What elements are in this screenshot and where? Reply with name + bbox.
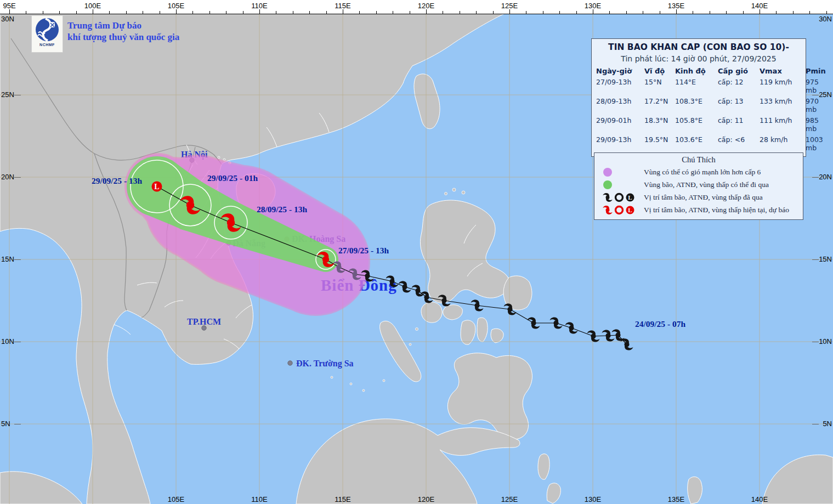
axis-tick bbox=[376, 11, 377, 14]
city-label: ĐK. Trường Sa bbox=[296, 359, 354, 369]
table-header-cell: Vmax bbox=[760, 67, 806, 75]
axis-lon-label: 95E bbox=[3, 2, 15, 10]
axis-tick bbox=[309, 11, 310, 14]
table-cell: 111 km/h bbox=[760, 116, 806, 133]
islet bbox=[416, 328, 418, 331]
axis-tick bbox=[109, 11, 110, 14]
axis-tick bbox=[226, 11, 226, 14]
purple-zone-icon bbox=[602, 167, 613, 178]
axis-tick bbox=[826, 11, 827, 14]
city-dot bbox=[288, 361, 292, 365]
axis-tick bbox=[559, 11, 560, 14]
table-header-cell: Cấp gió bbox=[718, 67, 760, 75]
axis-tick bbox=[43, 11, 43, 14]
lat-tick bbox=[14, 259, 21, 260]
table-cell: 27/09-13h bbox=[596, 78, 644, 94]
axis-tick bbox=[93, 9, 93, 14]
axis-tick bbox=[493, 11, 494, 14]
nchmf-logo: NCHMF bbox=[31, 15, 63, 53]
lat-label-right: 30N bbox=[819, 15, 832, 23]
axis-tick bbox=[793, 11, 794, 14]
city-label: TP.HCM bbox=[187, 317, 221, 326]
legend-rows: Vùng có thể có gió mạnh lớn hơn cấp 6Vùn… bbox=[594, 166, 803, 216]
lon-label-bottom: 125E bbox=[501, 495, 518, 503]
lat-label-left: 25N bbox=[1, 90, 14, 99]
legend-box: Chú Thích Vùng có thể có gió mạnh lớn hơ… bbox=[594, 152, 803, 220]
table-header-cell: Kinh độ bbox=[675, 67, 718, 75]
axis-lon-label: 120E bbox=[418, 2, 434, 10]
islet bbox=[383, 380, 385, 382]
axis-lon-label: 110E bbox=[251, 2, 267, 10]
lon-label-bottom: 105E bbox=[168, 495, 184, 503]
forecast-table-row: 29/09-13h19.5°N103.6°Ecấp: <628 km/h1003… bbox=[592, 135, 806, 152]
lon-label-bottom: 110E bbox=[251, 495, 267, 503]
table-cell: 28/09-13h bbox=[596, 97, 644, 114]
table-cell: 29/09-13h bbox=[596, 135, 644, 152]
axis-tick bbox=[626, 11, 627, 14]
table-cell: 105.8°E bbox=[675, 116, 718, 133]
axis-tick bbox=[426, 9, 427, 14]
legend-item-icon: L bbox=[594, 192, 644, 203]
lat-tick bbox=[812, 424, 819, 424]
axis-tick bbox=[126, 11, 127, 14]
axis-lon-label: 130E bbox=[585, 2, 601, 10]
green-zone-icon bbox=[602, 179, 613, 190]
table-cell: 15°N bbox=[644, 78, 675, 94]
axis-tick bbox=[710, 11, 710, 14]
lon-label-bottom: 115E bbox=[335, 495, 350, 503]
axis-tick bbox=[509, 9, 510, 14]
islet bbox=[409, 343, 411, 346]
legend-item: LVị trí tâm bão, ATNĐ, vùng thấp đã qua bbox=[594, 191, 803, 203]
table-cell: cấp: 13 bbox=[718, 97, 760, 114]
legend-item-icon bbox=[594, 179, 644, 190]
axis-tick bbox=[410, 11, 410, 14]
legend-title: Chú Thích bbox=[594, 155, 803, 165]
nchmf-logo-icon bbox=[35, 17, 60, 42]
legend-item-label: Vị trí tâm bão, ATNĐ, vùng thấp đã qua bbox=[644, 193, 763, 202]
axis-tick bbox=[543, 11, 543, 14]
bulletin-issue-time: Tin phát lúc: 14 giờ 00 phút, 27/09/2025 bbox=[592, 54, 806, 63]
legend-item: Vùng bão, ATNĐ, vùng thấp có thể đi qua bbox=[594, 178, 803, 191]
legend-item-icon: L bbox=[594, 205, 644, 216]
axis-lon-label: 115E bbox=[335, 2, 350, 10]
agency-name-line2: khí tượng thuỷ văn quốc gia bbox=[67, 31, 179, 43]
table-cell: 114°E bbox=[675, 78, 718, 94]
forecast-table-row: 28/09-13h17.2°N108.3°Ecấp: 13133 km/h970… bbox=[592, 97, 806, 114]
lat-label-left: 10N bbox=[1, 337, 14, 346]
lon-label-bottom: 135E bbox=[668, 495, 684, 503]
axis-lon-label: 125E bbox=[501, 2, 518, 10]
lat-tick bbox=[812, 342, 819, 342]
table-header-cell: Pmin bbox=[806, 67, 826, 75]
lat-tick bbox=[14, 177, 21, 178]
agency-name: Trung tâm Dự báo khí tượng thuỷ văn quốc… bbox=[67, 15, 179, 43]
axis-tick bbox=[609, 11, 610, 14]
axis-tick bbox=[26, 11, 26, 14]
axis-tick bbox=[160, 11, 160, 14]
typhoon-bulletin-map: 95E100E105E110E115E120E125E130E135E140E … bbox=[0, 0, 833, 504]
axis-tick bbox=[76, 11, 77, 14]
table-cell: 17.2°N bbox=[644, 97, 675, 114]
forecast-table-row: 29/09-01h18.3°N105.8°Ecấp: 11111 km/h985… bbox=[592, 116, 806, 133]
islet bbox=[362, 389, 365, 392]
axis-tick bbox=[643, 11, 643, 14]
axis-tick bbox=[576, 11, 577, 14]
table-cell: cấp: <6 bbox=[718, 135, 760, 152]
lat-label-left: 30N bbox=[1, 15, 14, 23]
legend-item-label: Vùng có thể có gió mạnh lớn hơn cấp 6 bbox=[644, 168, 761, 177]
lat-label-left: 5N bbox=[1, 420, 10, 428]
table-cell: 985 mb bbox=[806, 116, 819, 133]
lat-tick bbox=[14, 95, 21, 95]
axis-tick bbox=[343, 9, 343, 14]
axis-tick bbox=[143, 11, 143, 14]
axis-tick bbox=[293, 11, 293, 14]
agency-block: NCHMF Trung tâm Dự báo khí tượng thuỷ vă… bbox=[31, 15, 179, 53]
axis-tick bbox=[192, 11, 193, 14]
axis-tick bbox=[476, 11, 477, 14]
lat-tick bbox=[14, 424, 21, 424]
lat-label-right: 25N bbox=[819, 90, 832, 99]
axis-tick bbox=[693, 11, 693, 14]
axis-tick bbox=[326, 11, 327, 14]
forecast-date-label: 28/09/25 - 13h bbox=[257, 205, 307, 214]
axis-tick bbox=[726, 11, 727, 14]
table-cell: 29/09-01h bbox=[596, 116, 644, 133]
